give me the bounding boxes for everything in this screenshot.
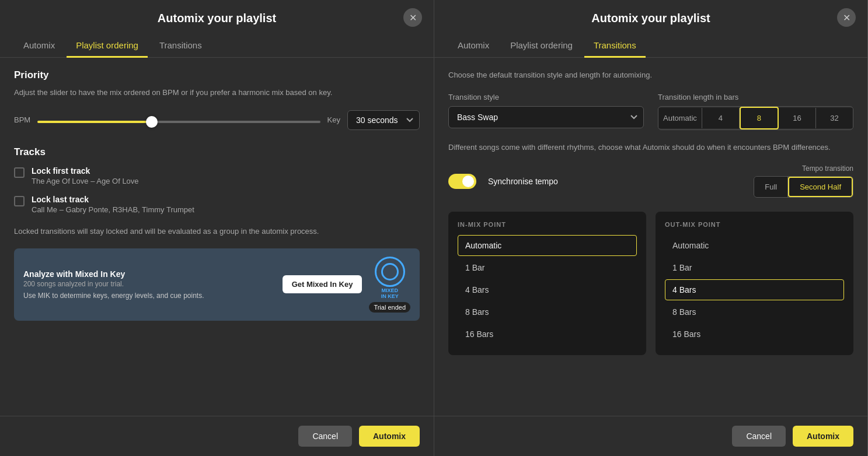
mik-title: Analyze with Mixed In Key (23, 269, 276, 279)
in-mix-point-box: IN-MIX POINT Automatic 1 Bar 4 Bars 8 Ba… (448, 212, 646, 355)
tab-automix-right[interactable]: Automix (448, 34, 499, 58)
left-dialog-title: Automix your playlist (158, 12, 276, 25)
tempo-transition-section: Tempo transition Full Second Half (754, 164, 853, 198)
tracks-title: Tracks (14, 146, 420, 158)
mik-text: Analyze with Mixed In Key 200 songs anal… (23, 269, 276, 300)
left-automix-button[interactable]: Automix (359, 426, 420, 447)
lock-first-info: Lock first track The Age Of Love – Age O… (32, 166, 139, 185)
bar-8-button[interactable]: 8 (740, 107, 779, 129)
trial-badge: Trial ended (369, 302, 410, 313)
close-icon-right: ✕ (843, 12, 850, 23)
mik-sub: 200 songs analyzed in your trial. (23, 280, 276, 288)
left-cancel-button[interactable]: Cancel (298, 426, 352, 447)
right-desc: Choose the default transition style and … (448, 69, 853, 81)
bar-automatic-button[interactable]: Automatic (658, 108, 702, 128)
out-mix-point-box: OUT-MIX POINT Automatic 1 Bar 4 Bars 8 B… (656, 212, 853, 355)
locked-note: Locked transitions will stay locked and … (14, 226, 420, 237)
transition-style-section: Transition style Bass Swap Echo Out Fade… (448, 93, 644, 130)
transition-length-section: Transition length in bars Automatic 4 8 … (658, 93, 853, 130)
priority-desc: Adjust the slider to have the mix ordere… (14, 87, 420, 99)
second-half-tempo-button[interactable]: Second Half (788, 177, 853, 197)
left-dialog-header: Automix your playlist ✕ (0, 0, 434, 25)
tab-transitions-right[interactable]: Transitions (584, 34, 646, 58)
transition-controls: Transition style Bass Swap Echo Out Fade… (448, 93, 853, 130)
tempo-row: Synchronise tempo Tempo transition Full … (448, 164, 853, 198)
tracks-section: Tracks Lock first track The Age Of Love … (14, 146, 420, 214)
full-tempo-button[interactable]: Full (754, 177, 788, 197)
lock-first-track-item: Lock first track The Age Of Love – Age O… (14, 166, 420, 185)
duration-select[interactable]: 30 seconds 15 seconds 1 minute 2 minutes (347, 110, 420, 130)
lock-last-checkbox[interactable] (14, 196, 25, 206)
toggle-knob (462, 176, 474, 187)
lock-last-label: Lock last track (32, 195, 194, 204)
out-mix-1bar[interactable]: 1 Bar (665, 257, 844, 278)
bpm-key-slider[interactable] (37, 121, 320, 123)
left-dialog-body: Priority Adjust the slider to have the m… (0, 58, 434, 416)
out-mix-automatic[interactable]: Automatic (665, 235, 844, 256)
tab-transitions-left[interactable]: Transitions (150, 34, 211, 58)
tempo-desc: Different songs come with different rhyt… (448, 142, 853, 153)
in-mix-1bar[interactable]: 1 Bar (458, 257, 637, 278)
mik-logo-text: MIXEDIN KEY (381, 288, 399, 300)
lock-last-info: Lock last track Call Me – Gabry Ponte, R… (32, 195, 194, 214)
bar-32-button[interactable]: 32 (816, 108, 853, 128)
right-dialog-body: Choose the default transition style and … (434, 58, 867, 416)
tab-automix-left[interactable]: Automix (14, 34, 64, 58)
left-dialog: Automix your playlist ✕ Automix Playlist… (0, 0, 434, 456)
lock-last-track: Call Me – Gabry Ponte, R3HAB, Timmy Trum… (32, 205, 194, 214)
priority-section: Priority Adjust the slider to have the m… (14, 69, 420, 130)
transition-length-label: Transition length in bars (658, 93, 853, 101)
close-icon: ✕ (409, 12, 417, 23)
priority-title: Priority (14, 69, 420, 81)
mik-logo-inner (381, 263, 399, 280)
right-close-button[interactable]: ✕ (837, 8, 856, 27)
tempo-btns: Full Second Half (754, 176, 853, 198)
right-automix-button[interactable]: Automix (793, 426, 853, 447)
transition-style-label: Transition style (448, 93, 644, 101)
slider-container (37, 115, 320, 125)
bar-4-button[interactable]: 4 (702, 108, 740, 128)
in-mix-automatic[interactable]: Automatic (458, 235, 637, 256)
in-mix-16bars[interactable]: 16 Bars (458, 324, 637, 345)
synchronise-toggle[interactable] (448, 174, 476, 189)
out-mix-4bars[interactable]: 4 Bars (665, 279, 844, 300)
bar-16-button[interactable]: 16 (779, 108, 816, 128)
sync-label: Synchronise tempo (488, 177, 742, 186)
right-cancel-button[interactable]: Cancel (732, 426, 786, 447)
mik-note: Use MIK to determine keys, energy levels… (23, 292, 276, 300)
tempo-transition-label: Tempo transition (802, 164, 853, 173)
mik-logo: MIXEDIN KEY Trial ended (369, 257, 410, 313)
bpm-label: BPM (14, 115, 30, 124)
mik-logo-circle (375, 257, 405, 287)
out-mix-8bars[interactable]: 8 Bars (665, 301, 844, 322)
lock-first-track: The Age Of Love – Age Of Love (32, 177, 139, 185)
lock-last-track-item: Lock last track Call Me – Gabry Ponte, R… (14, 195, 420, 214)
out-mix-point-title: OUT-MIX POINT (665, 221, 844, 228)
right-dialog: Automix your playlist ✕ Automix Playlist… (434, 0, 867, 456)
transition-style-select[interactable]: Bass Swap Echo Out Fade Power Down Spinb… (448, 106, 644, 128)
in-mix-point-title: IN-MIX POINT (458, 221, 637, 228)
left-tab-bar: Automix Playlist ordering Transitions (0, 34, 434, 58)
right-dialog-title: Automix your playlist (591, 12, 710, 25)
bars-group: Automatic 4 8 16 32 (658, 106, 853, 130)
right-tab-bar: Automix Playlist ordering Transitions (434, 34, 867, 58)
right-dialog-footer: Cancel Automix (434, 416, 867, 456)
bpm-key-row: BPM Key 30 seconds 15 seconds 1 minute 2… (14, 110, 420, 130)
left-close-button[interactable]: ✕ (403, 8, 422, 27)
get-mixed-in-key-button[interactable]: Get Mixed In Key (283, 275, 362, 293)
mik-banner: Analyze with Mixed In Key 200 songs anal… (14, 248, 420, 321)
tab-playlist-ordering-left[interactable]: Playlist ordering (67, 34, 148, 58)
lock-first-label: Lock first track (32, 166, 139, 176)
tab-playlist-ordering-right[interactable]: Playlist ordering (501, 34, 582, 58)
in-mix-4bars[interactable]: 4 Bars (458, 279, 637, 300)
in-mix-8bars[interactable]: 8 Bars (458, 301, 637, 322)
lock-first-checkbox[interactable] (14, 167, 25, 178)
left-dialog-footer: Cancel Automix (0, 416, 434, 456)
key-label: Key (327, 115, 340, 124)
out-mix-16bars[interactable]: 16 Bars (665, 324, 844, 345)
right-dialog-header: Automix your playlist ✕ (434, 0, 867, 25)
mix-points-row: IN-MIX POINT Automatic 1 Bar 4 Bars 8 Ba… (448, 212, 853, 355)
